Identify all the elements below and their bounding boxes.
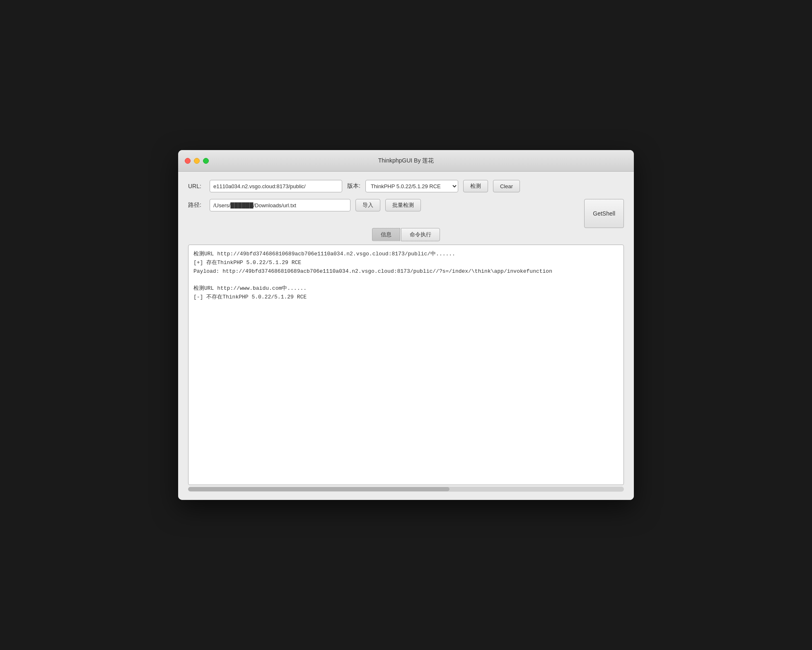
- content-area: URL: 版本: ThinkPHP 5.0.22/5.1.29 RCE 检测 C…: [178, 172, 634, 500]
- tab-command[interactable]: 命令执行: [401, 228, 440, 241]
- path-input[interactable]: [210, 199, 350, 211]
- scrollbar-thumb[interactable]: [188, 487, 450, 491]
- main-controls: 路径: 导入 批量检测 GetShell: [188, 199, 624, 228]
- output-area[interactable]: 检测URL http://49bfd374686810689acb706e111…: [188, 245, 624, 485]
- getshell-button[interactable]: GetShell: [584, 199, 624, 228]
- minimize-button[interactable]: [194, 158, 200, 164]
- left-section: 路径: 导入 批量检测: [188, 199, 579, 218]
- maximize-button[interactable]: [203, 158, 209, 164]
- url-input[interactable]: [210, 180, 342, 192]
- batch-detect-button[interactable]: 批量检测: [385, 199, 421, 211]
- url-label: URL:: [188, 183, 205, 189]
- close-button[interactable]: [185, 158, 191, 164]
- tab-info[interactable]: 信息: [372, 228, 400, 241]
- import-button[interactable]: 导入: [355, 199, 380, 211]
- version-select[interactable]: ThinkPHP 5.0.22/5.1.29 RCE: [365, 180, 458, 192]
- clear-button[interactable]: Clear: [493, 180, 520, 192]
- path-row: 路径: 导入 批量检测: [188, 199, 579, 211]
- path-label: 路径:: [188, 201, 205, 209]
- right-section: GetShell: [584, 199, 624, 228]
- horizontal-scrollbar[interactable]: [188, 487, 624, 492]
- traffic-lights: [185, 158, 209, 164]
- detect-button[interactable]: 检测: [463, 180, 488, 192]
- main-window: ThinkphpGUI By 莲花 URL: 版本: ThinkPHP 5.0.…: [178, 150, 634, 500]
- tab-bar: 信息 命令执行: [188, 228, 624, 241]
- window-title: ThinkphpGUI By 莲花: [378, 157, 434, 165]
- url-row: URL: 版本: ThinkPHP 5.0.22/5.1.29 RCE 检测 C…: [188, 180, 624, 192]
- titlebar: ThinkphpGUI By 莲花: [178, 150, 634, 172]
- version-label: 版本:: [347, 182, 360, 190]
